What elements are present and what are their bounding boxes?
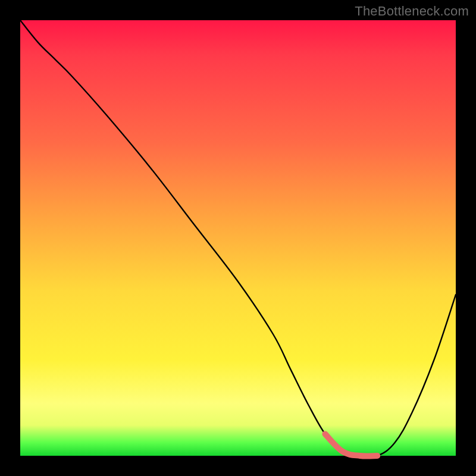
bottleneck-curve — [20, 20, 456, 456]
curve-highlight — [325, 434, 377, 456]
plot-area — [20, 20, 456, 456]
chart-frame: TheBottleneck.com — [0, 0, 476, 476]
watermark-text: TheBottleneck.com — [355, 4, 469, 19]
curve-path — [20, 20, 456, 457]
